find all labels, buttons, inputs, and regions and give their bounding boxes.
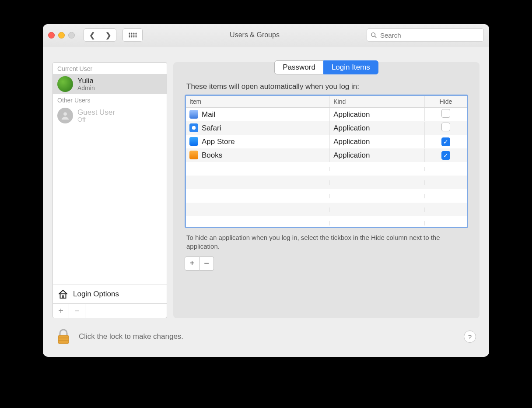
footer: Click the lock to make changes. ? <box>43 318 489 357</box>
sidebar-user-current[interactable]: Yulia Admin <box>53 74 167 94</box>
item-kind: Application <box>330 149 425 162</box>
help-button[interactable]: ? <box>464 331 476 343</box>
svg-point-8 <box>129 36 130 37</box>
hide-hint: To hide an application when you log in, … <box>186 233 466 251</box>
table-row[interactable]: MailApplication <box>186 108 467 121</box>
hide-checkbox[interactable]: ✓ <box>441 151 450 160</box>
user-role: Admin <box>77 84 95 91</box>
table-body: MailApplicationSafariApplicationApp Stor… <box>186 108 467 227</box>
avatar <box>57 76 73 92</box>
user-name: Guest User <box>77 108 115 117</box>
table-row <box>186 176 467 189</box>
item-name: App Store <box>202 137 235 146</box>
login-options-label: Login Options <box>73 290 119 299</box>
hide-checkbox[interactable] <box>441 109 450 118</box>
window-controls <box>48 32 75 39</box>
lock-icon <box>56 328 71 345</box>
login-items-table: Item Kind Hide MailApplicationSafariAppl… <box>185 95 468 228</box>
svg-point-0 <box>129 32 130 34</box>
show-all-prefs-button[interactable] <box>122 28 143 42</box>
table-row[interactable]: SafariApplication <box>186 121 467 135</box>
app-icon <box>189 110 198 119</box>
nav-back-forward: ❮ ❯ <box>84 28 116 42</box>
user-name: Yulia <box>77 77 95 85</box>
lock-text: Click the lock to make changes. <box>79 332 456 341</box>
remove-login-item-button[interactable]: − <box>200 257 214 271</box>
svg-point-9 <box>131 36 132 37</box>
login-items-tools: + − <box>185 257 468 271</box>
plus-icon: + <box>58 306 63 316</box>
grid-icon <box>128 32 137 38</box>
table-header: Item Kind Hide <box>186 96 467 108</box>
svg-point-3 <box>135 32 136 34</box>
table-row <box>186 203 467 216</box>
svg-point-1 <box>131 32 132 34</box>
column-kind[interactable]: Kind <box>330 96 425 107</box>
minus-icon: − <box>204 258 209 268</box>
login-options-button[interactable]: Login Options <box>53 285 167 303</box>
house-icon <box>57 288 69 300</box>
preferences-window: ❮ ❯ Users & Groups Current User Yulia Ad… <box>43 24 489 357</box>
svg-point-6 <box>133 34 134 35</box>
svg-line-13 <box>375 36 377 38</box>
search-input[interactable] <box>379 31 480 39</box>
user-role: Off <box>77 116 115 123</box>
sidebar-user-tools: + − <box>53 303 167 318</box>
column-item[interactable]: Item <box>186 96 330 107</box>
svg-point-7 <box>135 34 136 35</box>
column-hide[interactable]: Hide <box>425 96 467 107</box>
item-kind: Application <box>330 122 425 135</box>
main-panel: Password Login Items These items will op… <box>173 62 480 318</box>
table-row[interactable]: BooksApplication✓ <box>186 148 467 162</box>
svg-point-2 <box>133 32 134 34</box>
zoom-window-button[interactable] <box>68 32 75 39</box>
hide-checkbox[interactable]: ✓ <box>441 137 450 146</box>
current-user-header: Current User <box>53 63 167 74</box>
window-title: Users & Groups <box>149 31 360 39</box>
sidebar-user-guest[interactable]: Guest User Off <box>53 106 167 126</box>
table-row <box>186 162 467 176</box>
tab-login-items[interactable]: Login Items <box>323 60 378 74</box>
svg-point-4 <box>129 34 130 35</box>
search-field[interactable] <box>367 28 484 42</box>
svg-point-11 <box>135 36 136 37</box>
minimize-window-button[interactable] <box>58 32 65 39</box>
app-icon <box>189 137 198 146</box>
hide-checkbox[interactable] <box>441 123 450 131</box>
item-name: Safari <box>202 124 221 132</box>
chevron-right-icon: ❯ <box>105 31 111 39</box>
other-users-header: Other Users <box>53 94 167 106</box>
avatar <box>57 108 73 123</box>
item-kind: Application <box>330 108 425 121</box>
close-window-button[interactable] <box>48 32 55 39</box>
table-row <box>186 189 467 203</box>
svg-rect-16 <box>62 295 63 298</box>
back-button[interactable]: ❮ <box>84 28 100 42</box>
add-login-item-button[interactable]: + <box>185 257 200 271</box>
item-name: Mail <box>202 110 215 119</box>
svg-point-12 <box>371 33 375 37</box>
question-icon: ? <box>468 333 472 341</box>
search-icon <box>371 32 377 38</box>
lock-button[interactable] <box>56 328 71 345</box>
login-items-intro: These items will open automatically when… <box>186 82 466 91</box>
remove-user-button[interactable]: − <box>69 304 85 318</box>
svg-point-5 <box>131 34 132 35</box>
item-name: Books <box>202 151 222 159</box>
titlebar: ❮ ❯ Users & Groups <box>43 24 489 46</box>
add-user-button[interactable]: + <box>53 304 69 318</box>
chevron-left-icon: ❮ <box>89 31 95 39</box>
forward-button[interactable]: ❯ <box>100 28 116 42</box>
person-icon <box>60 111 70 120</box>
plus-icon: + <box>189 258 195 268</box>
tab-bar: Password Login Items <box>185 60 468 74</box>
table-row[interactable]: App StoreApplication✓ <box>186 135 467 148</box>
app-icon <box>189 151 198 159</box>
item-kind: Application <box>330 135 425 148</box>
svg-rect-17 <box>58 335 69 344</box>
svg-point-10 <box>133 36 134 37</box>
users-sidebar: Current User Yulia Admin Other Users Gue… <box>52 62 167 318</box>
svg-point-14 <box>63 112 67 116</box>
app-icon <box>189 123 198 132</box>
tab-password[interactable]: Password <box>274 60 323 74</box>
